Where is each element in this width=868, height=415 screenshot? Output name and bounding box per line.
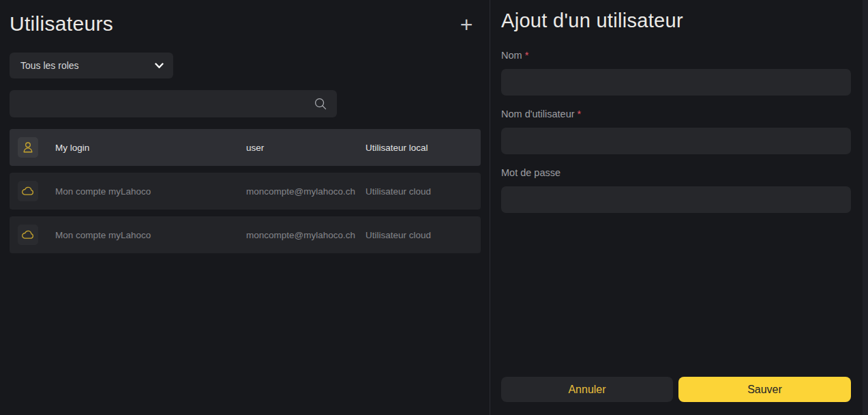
cloud-icon xyxy=(20,184,35,199)
user-avatar xyxy=(18,181,38,201)
form-field: Nom * xyxy=(501,50,851,96)
person-icon xyxy=(20,140,35,155)
required-asterisk: * xyxy=(575,109,582,119)
user-row[interactable]: My login user Utilisateur local xyxy=(10,129,481,166)
user-name: Mon compte myLahoco xyxy=(55,186,151,197)
user-list: My login user Utilisateur local Mon comp… xyxy=(10,129,481,260)
nom-utilisateur-input[interactable] xyxy=(501,128,851,154)
user-type: Utilisateur local xyxy=(365,143,428,153)
page-title: Utilisateurs xyxy=(10,12,113,35)
form-actions: Annuler Sauver xyxy=(501,377,851,402)
user-avatar xyxy=(18,137,38,158)
chevron-down-icon xyxy=(155,63,164,69)
add-user-panel: Ajout d'un utilisateur Nom * Nom d'utili… xyxy=(490,0,863,415)
user-type: Utilisateur cloud xyxy=(365,186,431,197)
user-type: Utilisateur cloud xyxy=(365,230,431,240)
user-name: My login xyxy=(55,143,89,153)
panel-title: Ajout d'un utilisateur xyxy=(501,10,851,32)
search-input[interactable] xyxy=(10,90,337,117)
search-icon xyxy=(314,97,327,111)
required-asterisk: * xyxy=(522,50,529,61)
form-field: Nom d'utilisateur * xyxy=(501,109,851,154)
user-name: Mon compte myLahoco xyxy=(55,230,151,240)
cloud-icon xyxy=(20,227,35,242)
nom-input[interactable] xyxy=(501,69,851,96)
scrollbar[interactable] xyxy=(863,0,868,415)
mot-de-passe-input[interactable] xyxy=(501,186,851,213)
role-filter-value: Tous les roles xyxy=(20,60,79,71)
role-filter-dropdown[interactable]: Tous les roles xyxy=(10,53,173,78)
user-login: moncompte@mylahoco.ch xyxy=(246,230,355,240)
user-search xyxy=(10,90,337,117)
plus-icon: + xyxy=(460,12,473,37)
user-login: moncompte@mylahoco.ch xyxy=(246,186,355,197)
form-fields: Nom * Nom d'utilisateur * Mot de passe * xyxy=(501,50,851,213)
user-login: user xyxy=(246,143,264,153)
user-row[interactable]: Mon compte myLahoco moncompte@mylahoco.c… xyxy=(10,173,481,210)
field-label: Mot de passe xyxy=(501,167,560,178)
field-label: Nom xyxy=(501,50,522,61)
user-row[interactable]: Mon compte myLahoco moncompte@mylahoco.c… xyxy=(10,216,481,253)
form-field: Mot de passe * xyxy=(501,167,851,213)
field-label: Nom d'utilisateur xyxy=(501,109,575,119)
user-avatar xyxy=(18,225,38,245)
cancel-button[interactable]: Annuler xyxy=(501,377,673,402)
users-panel: Utilisateurs + Tous les roles xyxy=(0,0,490,415)
save-button[interactable]: Sauver xyxy=(678,377,851,402)
add-user-button[interactable]: + xyxy=(455,13,477,36)
